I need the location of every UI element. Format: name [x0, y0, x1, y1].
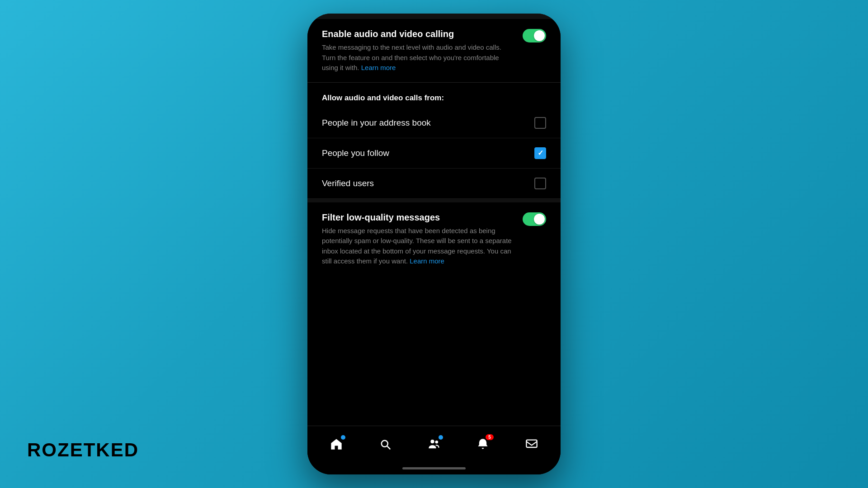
nav-search[interactable] — [373, 432, 397, 456]
bottom-navigation: 5 — [307, 426, 561, 462]
verified-users-checkbox[interactable] — [534, 178, 546, 189]
nav-home[interactable] — [325, 432, 348, 456]
messages-icon — [525, 438, 538, 450]
filter-messages-description: Hide message requests that have been det… — [322, 226, 514, 267]
home-icon — [330, 438, 343, 450]
svg-point-0 — [430, 440, 434, 443]
audio-video-label: Enable audio and video calling — [322, 28, 514, 40]
address-book-label: People in your address book — [322, 118, 431, 128]
filter-messages-label: Filter low-quality messages — [322, 211, 514, 223]
filter-toggle-knob — [534, 214, 545, 225]
address-book-row: People in your address book — [307, 108, 561, 138]
filter-messages-toggle[interactable] — [523, 212, 546, 226]
home-active-dot — [341, 435, 345, 440]
nav-people[interactable] — [422, 432, 446, 456]
section-divider — [307, 199, 561, 202]
audio-video-description: Take messaging to the next level with au… — [322, 42, 514, 73]
svg-point-1 — [435, 441, 439, 444]
people-icon — [428, 438, 440, 450]
home-bar — [402, 467, 466, 469]
nav-messages[interactable] — [520, 432, 543, 456]
settings-content: Enable audio and video calling Take mess… — [307, 19, 561, 426]
filter-messages-learn-more[interactable]: Learn more — [410, 257, 444, 265]
watermark: ROZETKED — [27, 439, 139, 461]
phone-top-bar — [307, 14, 561, 19]
audio-video-text: Enable audio and video calling Take mess… — [322, 28, 523, 73]
svg-rect-2 — [526, 440, 537, 447]
allow-calls-label: Allow audio and video calls from: — [307, 83, 561, 108]
address-book-checkbox[interactable] — [534, 117, 546, 129]
people-active-dot — [439, 435, 443, 440]
verified-users-label: Verified users — [322, 178, 374, 188]
verified-users-row: Verified users — [307, 169, 561, 199]
search-icon — [379, 438, 392, 450]
phone-shell: Enable audio and video calling Take mess… — [307, 14, 561, 474]
home-indicator — [307, 462, 561, 474]
audio-video-toggle[interactable] — [523, 29, 546, 42]
people-follow-checkbox[interactable] — [534, 147, 546, 159]
nav-notifications[interactable]: 5 — [471, 432, 495, 456]
screen: Enable audio and video calling Take mess… — [307, 19, 561, 474]
people-follow-row: People you follow — [307, 138, 561, 169]
audio-video-setting: Enable audio and video calling Take mess… — [307, 19, 561, 83]
audio-video-learn-more[interactable]: Learn more — [361, 64, 396, 71]
filter-messages-setting: Filter low-quality messages Hide message… — [307, 202, 561, 276]
filter-messages-text: Filter low-quality messages Hide message… — [322, 211, 523, 267]
toggle-knob — [534, 30, 545, 41]
people-follow-label: People you follow — [322, 148, 389, 158]
notifications-badge: 5 — [486, 434, 494, 440]
